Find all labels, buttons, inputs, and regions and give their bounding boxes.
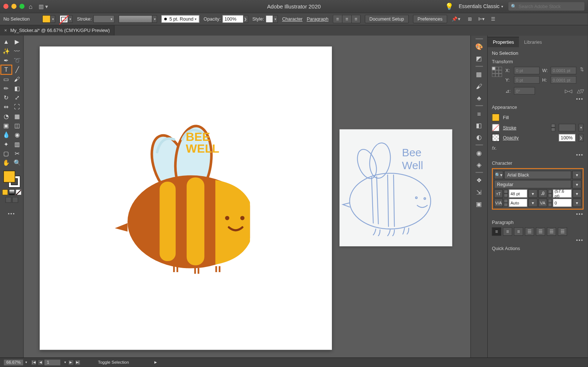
angle-input[interactable]: 0° (514, 87, 535, 95)
transform-more-button[interactable]: ••• (492, 96, 584, 101)
type-tool[interactable]: T (1, 65, 12, 74)
edit-toolbar-button[interactable]: ••• (8, 211, 15, 217)
leading-stepper[interactable] (548, 190, 552, 197)
font-size-field[interactable]: 48 pt (509, 189, 527, 198)
fill-label[interactable]: Fill (503, 115, 583, 120)
stroke-weight-input[interactable]: ▾ (93, 15, 114, 23)
prev-artboard-button[interactable]: ◀ (37, 359, 43, 365)
para-justify-center[interactable]: ☰ (536, 227, 545, 236)
minimize-window-button[interactable] (11, 4, 17, 9)
tracking-dd[interactable]: ▾ (573, 199, 581, 207)
color-mode-button[interactable] (2, 189, 8, 195)
none-mode-button[interactable] (15, 189, 21, 195)
stroke-weight-stepper[interactable] (551, 124, 555, 132)
appearance-panel-icon[interactable]: ◉ (474, 147, 485, 158)
paragraph-link[interactable]: Paragraph (307, 17, 329, 22)
asset-export-panel-icon[interactable]: ⇲ (474, 187, 485, 198)
discover-icon[interactable]: 💡 (445, 2, 453, 10)
stroke-weight-field[interactable] (559, 124, 576, 132)
selection-tool[interactable]: ▲ (1, 37, 12, 46)
transform-panel-icon[interactable]: ⊞ (465, 15, 474, 23)
leading-field[interactable]: (57.6 pt) (553, 189, 571, 198)
link-wh-icon[interactable]: ⇅ (580, 67, 584, 72)
align-left-icon[interactable]: ≡ (333, 15, 342, 23)
workspace-switcher[interactable]: Essentials Classic (459, 3, 499, 9)
canvas[interactable]: BEE WELL Bee (24, 36, 470, 358)
artwork-text[interactable]: BEE WELL (186, 131, 219, 154)
gradient-mode-button[interactable] (9, 189, 15, 195)
shape-builder-tool[interactable]: ◔ (1, 111, 12, 121)
reference-sketch[interactable]: Bee Well (340, 129, 452, 246)
zoom-window-button[interactable] (19, 4, 25, 9)
last-artboard-button[interactable]: ▶| (75, 359, 80, 365)
para-justify-left[interactable]: ☰ (525, 227, 534, 236)
para-justify-all[interactable]: ☰ (558, 227, 567, 236)
artboard-number[interactable]: 1 (44, 359, 61, 366)
rotate-tool[interactable]: ↻ (1, 93, 12, 102)
reference-point-grid[interactable] (492, 67, 502, 77)
hand-tool[interactable]: ✋ (1, 158, 12, 167)
opacity-value-panel[interactable]: 100% (559, 134, 576, 142)
align-center-icon[interactable]: ≡ (342, 15, 351, 23)
status-play-icon[interactable]: ▶ (154, 360, 157, 364)
variable-width-profile[interactable] (119, 15, 153, 23)
tab-properties[interactable]: Properties (488, 37, 519, 47)
graphic-styles-panel-icon[interactable]: ◈ (474, 159, 485, 170)
blend-tool[interactable]: ◉ (12, 130, 23, 139)
stroke-weight-dd[interactable]: ▾ (578, 124, 584, 132)
shape-panel-icon[interactable]: ☰ (488, 15, 498, 23)
flip-h-icon[interactable]: ▷◁ (565, 88, 571, 94)
zoom-level[interactable]: 66.67% (3, 359, 24, 366)
slice-tool[interactable]: ✂ (12, 149, 23, 158)
gradient-tool[interactable]: ◫ (12, 121, 23, 130)
curvature-tool[interactable]: ➰ (12, 56, 23, 65)
first-artboard-button[interactable]: |◀ (31, 359, 37, 365)
transparency-panel-icon[interactable]: ◐ (474, 132, 485, 143)
home-icon[interactable]: ⌂ (29, 3, 32, 10)
y-input[interactable]: 0 pt (514, 76, 539, 84)
scale-tool[interactable]: ⤢ (12, 93, 23, 102)
tracking-field[interactable]: 0 (553, 199, 571, 207)
eyedropper-tool[interactable]: 💧 (1, 130, 12, 139)
align-panel-icon[interactable]: ⊫▾ (477, 15, 486, 23)
para-justify-right[interactable]: ☰ (547, 227, 556, 236)
fx-button[interactable]: fx. (492, 145, 584, 150)
mesh-tool[interactable]: ▣ (1, 121, 12, 130)
full-screen-button[interactable] (12, 197, 18, 203)
pen-tool[interactable]: ✒ (1, 56, 12, 65)
width-tool[interactable]: ⇔ (1, 102, 12, 111)
para-align-right[interactable]: ≡ (514, 227, 523, 236)
document-setup-button[interactable]: Document Setup (365, 15, 408, 23)
close-window-button[interactable] (3, 4, 8, 9)
x-input[interactable]: 0 pt (514, 67, 539, 75)
document-tab[interactable]: × My_Sticker.ai* @ 66.67% (CMYK/GPU Prev… (0, 25, 114, 36)
character-more-button[interactable]: ••• (492, 211, 584, 217)
brushes-panel-icon[interactable]: 🖌 (474, 81, 485, 92)
para-align-center[interactable]: ≡ (503, 227, 512, 236)
font-family-field[interactable]: Arial Black (504, 171, 571, 179)
fill-proxy[interactable] (3, 171, 15, 182)
appearance-more-button[interactable]: ••• (492, 152, 584, 157)
fill-stroke-control[interactable] (3, 171, 20, 188)
w-input[interactable]: 0.0001 pt (551, 67, 576, 75)
stroke-swatch-panel[interactable] (492, 124, 500, 132)
font-search-icon[interactable]: 🔍▾ (494, 171, 503, 179)
fill-dropdown[interactable]: ▾ (50, 15, 55, 23)
perspective-tool[interactable]: ▦ (12, 111, 23, 121)
font-dd[interactable]: ▾ (572, 171, 581, 179)
pin-icon[interactable]: 📌▾ (451, 15, 460, 23)
fill-swatch[interactable] (42, 15, 51, 23)
kerning-field[interactable]: Auto (509, 199, 527, 207)
stroke-swatch[interactable] (60, 15, 68, 23)
color-panel-icon[interactable]: 🎨 (474, 42, 485, 53)
kerning-dd[interactable]: ▾ (528, 199, 537, 207)
stock-search-input[interactable] (519, 4, 582, 9)
paragraph-more-button[interactable]: ••• (492, 238, 584, 243)
magic-wand-tool[interactable]: ✨ (1, 46, 12, 56)
swatches-panel-icon[interactable]: ▦ (474, 69, 485, 80)
artboard[interactable]: BEE WELL (40, 46, 332, 350)
opacity-dropdown[interactable]: ❯ (243, 15, 248, 23)
rectangle-tool[interactable]: ▭ (1, 74, 12, 83)
stroke-panel-icon[interactable]: ≡ (474, 108, 485, 119)
graphic-style-swatch[interactable] (266, 15, 273, 23)
